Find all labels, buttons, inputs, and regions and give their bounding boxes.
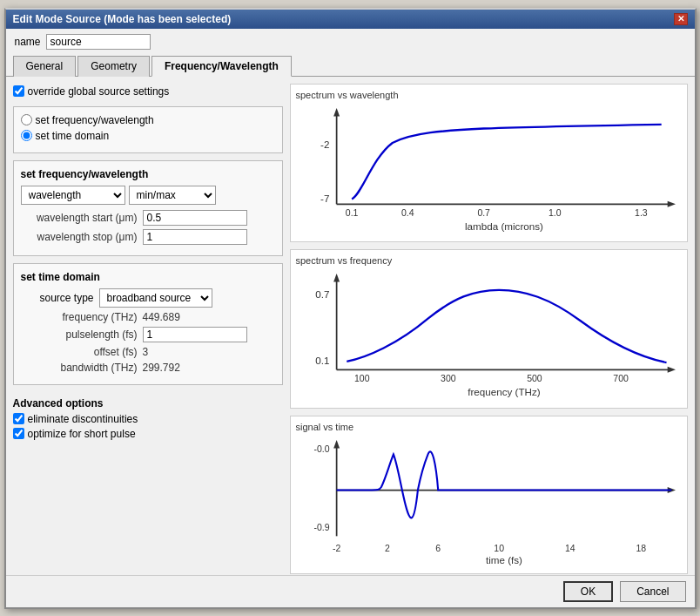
bandwidth-row: bandwidth (THz) 299.792 (21, 362, 275, 374)
svg-text:500: 500 (527, 373, 542, 383)
frequency-value: 449.689 (143, 311, 180, 323)
chart3-svg: -0.0 -0.9 -2 2 6 10 14 18 time (fs) (296, 434, 682, 567)
wavelength-stop-label: wavelength stop (μm) (21, 231, 143, 243)
freq-sub-section: set frequency/wavelength wavelength min/… (13, 160, 283, 256)
tab-bar: General Geometry Frequency/Wavelength (6, 55, 695, 77)
bandwidth-value: 299.792 (143, 362, 180, 374)
wavelength-type-dropdown[interactable]: wavelength (21, 186, 125, 205)
tab-geometry[interactable]: Geometry (77, 56, 150, 77)
svg-marker-15 (667, 367, 675, 373)
offset-value: 3 (143, 346, 149, 358)
svg-text:0.1: 0.1 (315, 355, 329, 366)
chart-spectrum-frequency: spectrum vs frequency 0.7 0.1 100 300 50… (290, 249, 688, 409)
main-content: override global source settings set freq… (6, 77, 695, 575)
svg-marker-14 (333, 274, 340, 281)
optimize-row: optimize for short pulse (13, 428, 283, 440)
bandwidth-label: bandwidth (THz) (21, 362, 143, 374)
tab-frequency-wavelength[interactable]: Frequency/Wavelength (151, 56, 292, 77)
svg-text:0.4: 0.4 (400, 207, 414, 218)
titlebar: Edit Mode Source (Mode has been selected… (6, 10, 695, 29)
offset-label: offset (fs) (21, 346, 143, 358)
close-button[interactable]: ✕ (674, 13, 688, 25)
eliminate-row: eliminate discontinuities (13, 413, 283, 425)
radio-freq-row: set frequency/wavelength (21, 114, 275, 126)
radio-time-label: set time domain (36, 130, 110, 142)
svg-text:700: 700 (613, 373, 629, 383)
name-label: name (15, 36, 41, 48)
time-domain-title: set time domain (21, 271, 275, 283)
override-label: override global source settings (28, 85, 170, 98)
set-freq-section: set frequency/wavelength set time domain (13, 106, 283, 153)
svg-text:0.7: 0.7 (477, 207, 490, 218)
wavelength-start-row: wavelength start (μm) (21, 210, 275, 226)
eliminate-checkbox[interactable] (13, 413, 24, 424)
override-checkbox[interactable] (13, 85, 24, 97)
chart2-title: spectrum vs frequency (296, 255, 682, 266)
time-domain-section: set time domain source type broadband so… (13, 263, 283, 385)
svg-text:-0.0: -0.0 (313, 443, 329, 454)
main-window: Edit Mode Source (Mode has been selected… (4, 8, 697, 609)
minmax-dropdown[interactable]: min/max (129, 186, 216, 205)
freq-sub-title: set frequency/wavelength (21, 168, 275, 180)
freq-dropdown-row: wavelength min/max (21, 186, 275, 205)
svg-text:0.1: 0.1 (345, 207, 358, 218)
svg-text:18: 18 (636, 543, 646, 553)
eliminate-label: eliminate discontinuities (28, 413, 138, 425)
svg-text:14: 14 (564, 543, 575, 553)
optimize-checkbox[interactable] (13, 428, 24, 439)
tab-general[interactable]: General (13, 56, 77, 77)
right-panel: spectrum vs wavelength -2 -7 0.1 0.4 0.7… (290, 84, 688, 568)
wavelength-start-label: wavelength start (μm) (21, 212, 143, 224)
left-panel: override global source settings set freq… (13, 84, 283, 568)
radio-time[interactable] (21, 130, 32, 141)
radio-freq[interactable] (21, 114, 32, 125)
frequency-row: frequency (THz) 449.689 (21, 311, 275, 323)
pulselength-input[interactable] (143, 327, 247, 342)
svg-marker-25 (333, 440, 340, 448)
window-title: Edit Mode Source (Mode has been selected… (13, 13, 232, 25)
optimize-label: optimize for short pulse (28, 428, 136, 440)
pulselength-row: pulselength (fs) (21, 327, 275, 342)
svg-text:-0.9: -0.9 (313, 522, 329, 532)
footer: OK Cancel (6, 575, 695, 607)
chart3-title: signal vs time (296, 422, 682, 432)
svg-text:lambda (microns): lambda (microns) (464, 220, 542, 231)
svg-marker-3 (667, 200, 675, 206)
svg-text:1.0: 1.0 (548, 207, 561, 218)
svg-marker-2 (333, 108, 340, 116)
wavelength-stop-row: wavelength stop (μm) (21, 229, 275, 245)
chart1-svg: -2 -7 0.1 0.4 0.7 1.0 1.3 lambda (micron… (296, 102, 682, 235)
offset-row: offset (fs) 3 (21, 346, 275, 358)
svg-text:100: 100 (354, 373, 370, 383)
source-type-dropdown[interactable]: broadband source (99, 288, 212, 308)
chart2-svg: 0.7 0.1 100 300 500 700 frequency (THz) (296, 267, 682, 401)
override-checkbox-row: override global source settings (13, 84, 283, 99)
svg-text:time (fs): time (fs) (485, 554, 522, 565)
svg-text:-2: -2 (320, 138, 329, 149)
source-type-row: source type broadband source (21, 288, 275, 308)
chart-signal-time: signal vs time -0.0 -0.9 -2 2 6 10 (290, 416, 688, 575)
svg-text:frequency (THz): frequency (THz) (468, 386, 541, 397)
wavelength-stop-input[interactable] (143, 229, 247, 245)
chart-spectrum-wavelength: spectrum vs wavelength -2 -7 0.1 0.4 0.7… (290, 84, 688, 243)
svg-text:-7: -7 (320, 192, 329, 203)
svg-text:2: 2 (385, 543, 390, 553)
pulselength-label: pulselength (fs) (21, 328, 143, 341)
svg-text:300: 300 (441, 373, 456, 383)
cancel-button[interactable]: Cancel (620, 581, 685, 602)
radio-time-row: set time domain (21, 130, 275, 142)
svg-text:10: 10 (494, 543, 504, 553)
radio-freq-label: set frequency/wavelength (36, 114, 154, 126)
name-row: name (6, 29, 695, 55)
svg-text:-2: -2 (332, 543, 340, 553)
svg-text:1.3: 1.3 (635, 207, 648, 218)
name-input[interactable] (46, 34, 151, 50)
svg-text:6: 6 (435, 543, 441, 553)
source-type-label: source type (21, 292, 99, 304)
ok-button[interactable]: OK (563, 581, 613, 602)
svg-text:0.7: 0.7 (315, 288, 329, 300)
advanced-section: Advanced options eliminate discontinuiti… (13, 392, 283, 448)
wavelength-start-input[interactable] (143, 210, 247, 226)
advanced-title: Advanced options (13, 397, 283, 410)
chart1-title: spectrum vs wavelength (296, 90, 682, 100)
